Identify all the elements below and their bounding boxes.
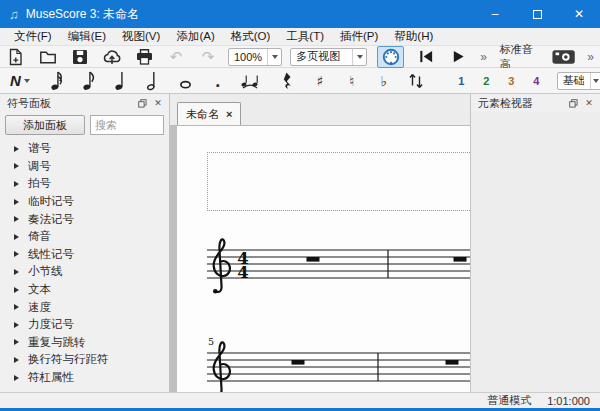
rest-button[interactable] bbox=[277, 71, 299, 91]
float-panel-button[interactable] bbox=[135, 96, 149, 110]
voice-button[interactable]: 2 bbox=[476, 71, 497, 91]
palette-category[interactable]: 小节线 bbox=[0, 263, 169, 281]
new-score-button[interactable] bbox=[5, 47, 27, 67]
print-button[interactable] bbox=[133, 47, 155, 67]
time-signature-denominator[interactable]: 4 bbox=[237, 263, 248, 282]
expand-arrow-icon bbox=[14, 287, 19, 293]
voice-button[interactable]: 3 bbox=[501, 71, 522, 91]
tie-button[interactable] bbox=[239, 71, 261, 91]
workspace-dropdown-arrow bbox=[590, 73, 600, 89]
expand-arrow-icon bbox=[14, 181, 19, 187]
menu-item[interactable]: 工具(T) bbox=[278, 28, 332, 46]
toolbar-overflow-right[interactable]: » bbox=[587, 50, 594, 64]
undo-button[interactable]: ↶ bbox=[165, 47, 187, 67]
concert-pitch-button[interactable]: 标准音高 bbox=[493, 42, 546, 72]
save-online-button[interactable] bbox=[101, 47, 123, 67]
eighth-note-button[interactable] bbox=[79, 71, 101, 91]
whole-rest-measure-5[interactable] bbox=[292, 360, 305, 365]
save-button[interactable] bbox=[69, 47, 91, 67]
view-mode-select[interactable]: 多页视图 bbox=[290, 48, 367, 66]
close-button[interactable]: ✕ bbox=[558, 0, 600, 28]
augmentation-dot-icon: . bbox=[215, 76, 220, 86]
whole-note-button[interactable] bbox=[175, 71, 197, 91]
close-panel-button[interactable]: ✕ bbox=[151, 96, 165, 110]
palette-category[interactable]: 调号 bbox=[0, 158, 169, 176]
play-icon bbox=[450, 49, 466, 64]
whole-rest-measure-1[interactable] bbox=[307, 257, 320, 262]
workspace-select[interactable]: 基础 bbox=[557, 72, 600, 90]
title-bar: ♫ MuseScore 3: 未命名 – ✕ bbox=[0, 0, 600, 28]
augmentation-dot-button[interactable]: . bbox=[207, 71, 229, 91]
expand-arrow-icon bbox=[14, 199, 19, 205]
menu-item[interactable]: 文件(F) bbox=[6, 28, 60, 46]
open-file-button[interactable] bbox=[37, 47, 59, 67]
palette-category[interactable]: 速度 bbox=[0, 298, 169, 316]
staff-system-2: 5 bbox=[207, 333, 470, 392]
whole-rest-measure-2[interactable] bbox=[454, 257, 467, 262]
expand-arrow-icon bbox=[14, 375, 19, 381]
sharp-button[interactable]: ♯ bbox=[309, 71, 331, 91]
tab-close-icon[interactable]: × bbox=[226, 108, 232, 120]
palette-category[interactable]: 力度记号 bbox=[0, 316, 169, 334]
save-floppy-icon bbox=[71, 48, 89, 66]
status-bar: 普通模式 1:01:000 bbox=[0, 392, 600, 408]
play-button[interactable] bbox=[447, 47, 469, 67]
score-page[interactable]: 4 4 5 bbox=[177, 126, 470, 392]
maximize-button[interactable] bbox=[516, 0, 558, 28]
file-toolbar: ↶ ↷ 100% 多页视图 » 标准音高 » bbox=[0, 46, 600, 68]
palette-category[interactable]: 拍号 bbox=[0, 175, 169, 193]
title-frame[interactable] bbox=[207, 152, 470, 211]
sixteenth-note-icon bbox=[50, 70, 65, 91]
voice-button[interactable]: 1 bbox=[451, 71, 472, 91]
image-capture-button[interactable] bbox=[552, 47, 575, 67]
musescore-window: ♫ MuseScore 3: 未命名 – ✕ 文件(F)编辑(E)视图(V)添加… bbox=[0, 0, 600, 411]
whole-rest-measure-6[interactable] bbox=[446, 360, 459, 365]
palette-list: 谱号 调号 拍号 临时记号 奏法记号 倚音 bbox=[0, 140, 169, 386]
voice-button[interactable]: 4 bbox=[526, 71, 547, 91]
maximize-icon bbox=[533, 10, 542, 19]
menu-item[interactable]: 视图(V) bbox=[114, 28, 168, 46]
palette-search-input[interactable] bbox=[90, 115, 164, 135]
natural-icon: ♮ bbox=[349, 73, 354, 89]
midi-input-toggle[interactable] bbox=[377, 46, 404, 68]
flip-direction-button[interactable] bbox=[405, 71, 427, 91]
quarter-note-button[interactable] bbox=[111, 71, 133, 91]
menu-item[interactable]: 插件(P) bbox=[332, 28, 386, 46]
add-palettes-button[interactable]: 添加面板 bbox=[5, 115, 85, 135]
note-input-n-icon: N bbox=[10, 72, 21, 89]
note-input-mode-button[interactable]: N bbox=[10, 72, 30, 89]
palette-category[interactable]: 重复与跳转 bbox=[0, 334, 169, 352]
zoom-dropdown-arrow bbox=[267, 49, 281, 65]
rewind-button[interactable] bbox=[415, 47, 437, 67]
menu-item[interactable]: 格式(O) bbox=[223, 28, 279, 46]
menu-item[interactable]: 帮助(H) bbox=[386, 28, 441, 46]
redo-button[interactable]: ↷ bbox=[197, 47, 219, 67]
sixteenth-note-button[interactable] bbox=[47, 71, 69, 91]
zoom-select[interactable]: 100% bbox=[228, 48, 282, 66]
flat-button[interactable]: ♭ bbox=[373, 71, 395, 91]
palette-category[interactable]: 临时记号 bbox=[0, 193, 169, 211]
half-note-button[interactable] bbox=[143, 71, 165, 91]
score-tab[interactable]: 未命名 × bbox=[177, 102, 241, 125]
note-input-toolbar: N . ♯ ♮ ♭ bbox=[0, 68, 600, 94]
menu-item[interactable]: 添加(A) bbox=[168, 28, 222, 46]
float-panel-button[interactable] bbox=[566, 96, 580, 110]
score-canvas[interactable]: 4 4 5 bbox=[170, 126, 470, 392]
status-mode: 普通模式 bbox=[487, 393, 531, 408]
main-area: 符号面板 ✕ 添加面板 谱号 调号 bbox=[0, 94, 600, 392]
palette-category[interactable]: 线性记号 bbox=[0, 246, 169, 264]
palette-category[interactable]: 谱号 bbox=[0, 140, 169, 158]
float-icon bbox=[569, 99, 578, 108]
score-view: 未命名 × 4 4 bbox=[170, 94, 470, 392]
minimize-button[interactable]: – bbox=[474, 0, 516, 28]
palette-category[interactable]: 换行符与行距符 bbox=[0, 351, 169, 369]
menu-item[interactable]: 编辑(E) bbox=[60, 28, 114, 46]
palette-category[interactable]: 文本 bbox=[0, 281, 169, 299]
palette-category[interactable]: 符杠属性 bbox=[0, 369, 169, 387]
palette-category[interactable]: 奏法记号 bbox=[0, 210, 169, 228]
expand-arrow-icon bbox=[14, 234, 19, 240]
natural-button[interactable]: ♮ bbox=[341, 71, 363, 91]
toolbar-overflow-left[interactable]: » bbox=[480, 50, 487, 64]
close-panel-button[interactable]: ✕ bbox=[582, 96, 596, 110]
palette-category[interactable]: 倚音 bbox=[0, 228, 169, 246]
